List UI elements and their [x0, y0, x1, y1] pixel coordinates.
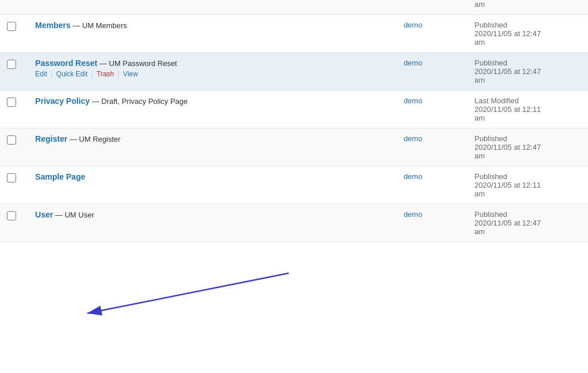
- row-actions-password-reset: Edit | Quick Edit | Trash | View: [35, 70, 390, 78]
- row-date-members: Published2020/11/05 at 12:47am: [467, 15, 588, 53]
- row-title-link-register[interactable]: Register: [35, 134, 67, 143]
- row-checkbox-register[interactable]: [7, 135, 16, 145]
- row-subtitle-members: — UM Members: [71, 21, 127, 30]
- separator: |: [49, 70, 55, 78]
- row-checkbox-sample-page[interactable]: [7, 173, 16, 182]
- row-checkbox-privacy-policy[interactable]: [7, 98, 16, 107]
- row-title-link-password-reset[interactable]: Password Reset: [35, 59, 97, 68]
- separator: |: [90, 70, 95, 78]
- pages-table: am Members — UM MembersdemoPublished2020…: [0, 0, 588, 242]
- row-author-link-sample-page[interactable]: demo: [404, 172, 423, 181]
- row-author-link-members[interactable]: demo: [404, 21, 423, 29]
- partial-cb: [0, 0, 28, 15]
- table-row-register: Register — UM RegisterdemoPublished2020/…: [0, 129, 588, 166]
- table-row-user: User — UM UserdemoPublished2020/11/05 at…: [0, 204, 588, 242]
- row-date-sample-page: Published2020/11/05 at 12:11am: [467, 166, 588, 204]
- row-title-link-sample-page[interactable]: Sample Page: [35, 172, 85, 181]
- row-date-privacy-policy: Last Modified2020/11/05 at 12:11am: [467, 91, 588, 129]
- row-title-link-members[interactable]: Members: [35, 21, 70, 30]
- row-subtitle-privacy-policy: — Draft, Privacy Policy Page: [90, 97, 188, 106]
- row-subtitle-register: — UM Register: [67, 135, 120, 143]
- table-row-password-reset: Password Reset — UM Password ResetEdit |…: [0, 53, 588, 91]
- row-checkbox-password-reset[interactable]: [7, 60, 16, 69]
- row-title-link-privacy-policy[interactable]: Privacy Policy: [35, 96, 90, 106]
- row-action-edit-password-reset[interactable]: Edit: [35, 70, 47, 78]
- partial-date: am: [467, 0, 588, 15]
- row-author-link-register[interactable]: demo: [404, 134, 423, 143]
- svg-line-1: [87, 273, 289, 313]
- table-row-members: Members — UM MembersdemoPublished2020/11…: [0, 15, 588, 53]
- row-date-password-reset: Published2020/11/05 at 12:47am: [467, 53, 588, 91]
- partial-author: [397, 0, 467, 15]
- partial-title: [28, 0, 397, 15]
- page-wrapper: am Members — UM MembersdemoPublished2020…: [0, 0, 588, 373]
- table-row-privacy-policy: Privacy Policy — Draft, Privacy Policy P…: [0, 91, 588, 129]
- row-action-trash-password-reset[interactable]: Trash: [96, 70, 114, 78]
- row-subtitle-user: — UM User: [53, 211, 94, 219]
- partial-top-row: am: [0, 0, 588, 15]
- row-author-link-privacy-policy[interactable]: demo: [404, 96, 423, 105]
- row-author-link-user[interactable]: demo: [404, 210, 423, 219]
- row-author-link-password-reset[interactable]: demo: [404, 59, 423, 67]
- row-action-quick-edit-password-reset[interactable]: Quick Edit: [56, 70, 88, 78]
- row-checkbox-members[interactable]: [7, 22, 16, 31]
- row-checkbox-user[interactable]: [7, 211, 16, 220]
- row-date-register: Published2020/11/05 at 12:47am: [467, 129, 588, 166]
- table-row-sample-page: Sample Page demoPublished2020/11/05 at 1…: [0, 166, 588, 204]
- separator: |: [116, 70, 122, 78]
- row-date-user: Published2020/11/05 at 12:47am: [467, 204, 588, 242]
- row-subtitle-password-reset: — UM Password Reset: [98, 59, 177, 68]
- row-action-view-password-reset[interactable]: View: [123, 70, 138, 78]
- row-title-link-user[interactable]: User: [35, 210, 53, 219]
- table-container: am Members — UM MembersdemoPublished2020…: [0, 0, 588, 242]
